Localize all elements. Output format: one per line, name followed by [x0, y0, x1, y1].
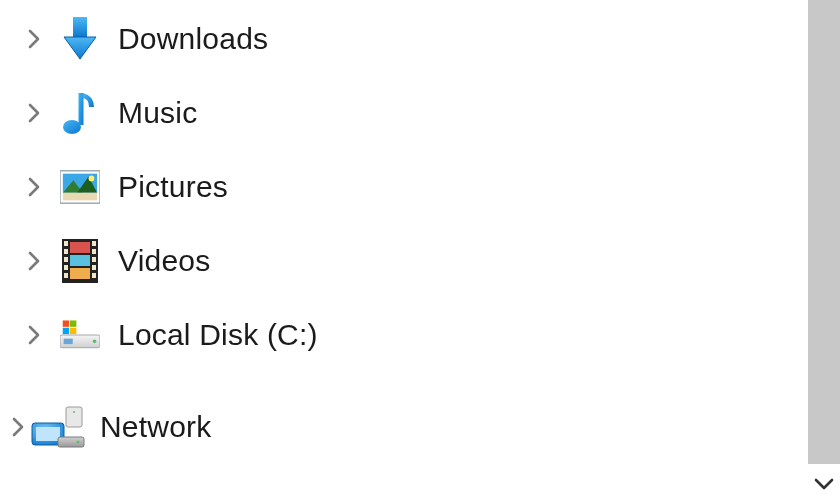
tree-item-label: Videos [118, 244, 210, 278]
tree-item-label: Network [100, 410, 211, 444]
svg-rect-19 [92, 257, 96, 262]
expand-chevron-icon[interactable] [6, 415, 30, 439]
scrollbar-track[interactable] [808, 0, 840, 464]
svg-rect-36 [66, 407, 82, 427]
tree-item-label: Pictures [118, 170, 228, 204]
svg-rect-10 [63, 193, 97, 201]
tree-item-label: Downloads [118, 22, 268, 56]
svg-rect-34 [58, 437, 84, 447]
svg-rect-22 [70, 242, 90, 253]
svg-rect-15 [64, 265, 68, 270]
expand-chevron-icon[interactable] [22, 27, 46, 51]
scrollbar-down-button[interactable] [808, 464, 840, 504]
svg-point-3 [63, 120, 81, 134]
videos-icon [60, 241, 100, 281]
tree-item-music[interactable]: Music [0, 76, 760, 150]
expand-chevron-icon[interactable] [22, 249, 46, 273]
svg-rect-33 [36, 427, 60, 441]
tree-item-label: Local Disk (C:) [118, 318, 318, 352]
vertical-scrollbar[interactable] [808, 0, 840, 504]
svg-point-35 [77, 441, 80, 444]
svg-rect-18 [92, 249, 96, 254]
svg-rect-26 [64, 339, 73, 344]
tree-item-videos[interactable]: Videos [0, 224, 760, 298]
pictures-icon [60, 167, 100, 207]
svg-rect-12 [64, 241, 68, 246]
tree-item-network[interactable]: Network [0, 390, 760, 464]
svg-rect-28 [63, 320, 69, 326]
svg-rect-21 [92, 273, 96, 278]
svg-rect-20 [92, 265, 96, 270]
svg-point-9 [89, 176, 95, 182]
expand-chevron-icon[interactable] [22, 101, 46, 125]
svg-rect-31 [70, 328, 76, 334]
svg-rect-23 [70, 255, 90, 266]
svg-point-27 [93, 340, 97, 344]
tree-item-local-disk-c[interactable]: Local Disk (C:) [0, 298, 760, 372]
svg-rect-29 [70, 320, 76, 326]
svg-marker-1 [64, 37, 96, 59]
svg-rect-0 [73, 17, 87, 37]
navigation-tree: Downloads Music [0, 0, 760, 464]
tree-item-downloads[interactable]: Downloads [0, 2, 760, 76]
local-disk-icon [60, 315, 100, 355]
svg-rect-24 [70, 268, 90, 279]
svg-rect-16 [64, 273, 68, 278]
svg-point-37 [73, 411, 75, 413]
svg-rect-13 [64, 249, 68, 254]
svg-rect-30 [63, 328, 69, 334]
svg-rect-4 [79, 93, 84, 125]
music-icon [60, 93, 100, 133]
expand-chevron-icon[interactable] [22, 175, 46, 199]
downloads-icon [60, 19, 100, 59]
network-icon [30, 403, 86, 451]
tree-item-pictures[interactable]: Pictures [0, 150, 760, 224]
tree-item-label: Music [118, 96, 197, 130]
svg-rect-14 [64, 257, 68, 262]
chevron-down-icon [814, 477, 834, 491]
expand-chevron-icon[interactable] [22, 323, 46, 347]
svg-rect-17 [92, 241, 96, 246]
